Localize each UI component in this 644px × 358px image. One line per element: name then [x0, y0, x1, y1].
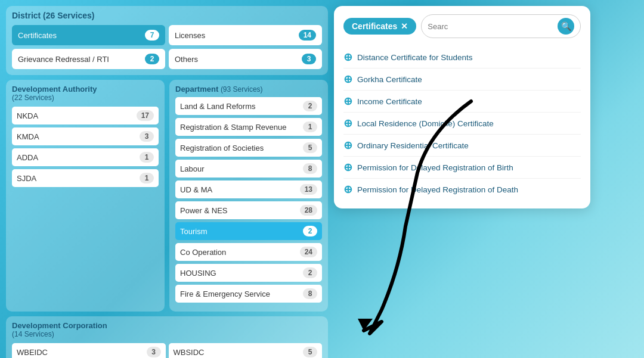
- dept-societies-label: Registration of Societies: [180, 144, 264, 152]
- dev-corp-wbeidc[interactable]: WBEIDC 3: [12, 343, 166, 358]
- district-btn-licenses[interactable]: Licenses 14: [169, 25, 322, 45]
- dev-authority-sjda-label: SJDA: [17, 174, 36, 183]
- search-box: 🔍: [421, 14, 581, 38]
- plus-icon-ordinary: ⊕: [343, 140, 352, 151]
- dept-tourism-label: Tourism: [180, 227, 208, 236]
- close-icon[interactable]: ✕: [401, 21, 408, 31]
- dev-authority-title: Development Authority: [12, 85, 159, 94]
- district-btn-licenses-badge: 14: [299, 30, 316, 41]
- district-btn-grievance-label: Grievance Redressal / RTI: [18, 55, 109, 64]
- cert-item-local-residence[interactable]: ⊕ Local Residence (Domicile) Certificate: [343, 113, 581, 135]
- cert-ordinary-label: Ordinary Residential Certificate: [357, 141, 469, 150]
- dept-item-labour[interactable]: Labour 8: [175, 160, 322, 178]
- dept-housing-badge: 2: [303, 267, 317, 278]
- dev-authority-sjda[interactable]: SJDA 1: [12, 169, 159, 187]
- district-title: District (26 Services): [12, 11, 322, 20]
- plus-icon-gorkha: ⊕: [343, 74, 352, 85]
- development-authority-card: Development Authority (22 Services) NKDA…: [6, 80, 165, 312]
- dept-item-cooperation[interactable]: Co Operation 24: [175, 243, 322, 261]
- dept-item-societies[interactable]: Registration of Societies 5: [175, 139, 322, 157]
- cert-birth-label: Permission for Delayed Registration of B…: [357, 163, 513, 172]
- dev-authority-nkda[interactable]: NKDA 17: [12, 107, 159, 124]
- dept-power-badge: 28: [300, 205, 317, 216]
- certificates-title-label: Certificates: [352, 21, 397, 31]
- dept-item-land[interactable]: Land & Land Reforms 2: [175, 97, 322, 115]
- dev-corp-title: Development Corporation: [12, 321, 322, 330]
- dev-authority-sjda-badge: 1: [140, 173, 154, 183]
- cert-distance-label: Distance Certificate for Students: [357, 53, 473, 62]
- dev-authority-nkda-badge: 17: [137, 110, 154, 121]
- dept-power-label: Power & NES: [180, 206, 227, 215]
- right-panel: Certificates ✕ 🔍 ⊕ Distance Certificate …: [334, 6, 638, 358]
- cert-income-label: Income Certificate: [357, 97, 422, 106]
- district-btn-certificates-badge: 7: [145, 30, 159, 41]
- district-btn-others-label: Others: [175, 55, 198, 64]
- district-grid: Certificates 7 Licenses 14 Grievance Red…: [12, 25, 322, 69]
- search-input[interactable]: [428, 22, 554, 31]
- dev-corp-wbeidc-label: WBEIDC: [17, 348, 48, 357]
- dev-corp-wbsidc-badge: 5: [303, 347, 317, 357]
- dept-item-udma[interactable]: UD & MA 13: [175, 180, 322, 198]
- cert-item-ordinary[interactable]: ⊕ Ordinary Residential Certificate: [343, 135, 581, 157]
- dept-regstamp-label: Registration & Stamp Revenue: [180, 123, 286, 132]
- district-btn-grievance-badge: 2: [145, 54, 159, 64]
- dept-cooperation-label: Co Operation: [180, 248, 226, 257]
- certificates-title-btn[interactable]: Certificates ✕: [343, 18, 416, 35]
- dev-authority-kmda[interactable]: KMDA 3: [12, 127, 159, 145]
- district-btn-certificates[interactable]: Certificates 7: [12, 25, 165, 45]
- cert-gorkha-label: Gorkha Certificate: [357, 75, 422, 84]
- popup-header: Certificates ✕ 🔍: [343, 14, 581, 38]
- dept-land-label: Land & Land Reforms: [180, 102, 255, 111]
- dept-housing-label: HOUSING: [180, 269, 216, 278]
- dept-societies-badge: 5: [303, 142, 317, 153]
- cert-item-delayed-birth[interactable]: ⊕ Permission for Delayed Registration of…: [343, 157, 581, 179]
- dev-authority-adda-label: ADDA: [17, 153, 38, 162]
- dev-corp-wbsidc-label: WBSIDC: [174, 348, 205, 357]
- dept-labour-label: Labour: [180, 164, 204, 173]
- dev-authority-adda[interactable]: ADDA 1: [12, 148, 159, 166]
- certificates-list: ⊕ Distance Certificate for Students ⊕ Go…: [343, 46, 581, 200]
- dept-tourism-badge: 2: [303, 226, 317, 236]
- cert-item-distance[interactable]: ⊕ Distance Certificate for Students: [343, 46, 581, 69]
- district-btn-others-badge: 3: [302, 54, 316, 64]
- plus-icon-local: ⊕: [343, 118, 352, 129]
- certificates-popup: Certificates ✕ 🔍 ⊕ Distance Certificate …: [334, 6, 590, 208]
- middle-row: Development Authority (22 Services) NKDA…: [6, 80, 328, 312]
- plus-icon-death: ⊕: [343, 184, 352, 195]
- department-card: Department (93 Services) Land & Land Ref…: [169, 80, 328, 312]
- district-btn-licenses-label: Licenses: [175, 31, 205, 40]
- department-title: Department (93 Services): [175, 85, 322, 94]
- dept-cooperation-badge: 24: [300, 247, 317, 257]
- dept-item-housing[interactable]: HOUSING 2: [175, 264, 322, 282]
- dept-item-regstamp[interactable]: Registration & Stamp Revenue 1: [175, 118, 322, 136]
- dept-udma-label: UD & MA: [180, 185, 212, 194]
- search-button[interactable]: 🔍: [558, 18, 574, 35]
- development-corporation-card: Development Corporation (14 Services) WB…: [6, 316, 328, 358]
- dept-land-badge: 2: [303, 101, 317, 111]
- cert-item-gorkha[interactable]: ⊕ Gorkha Certificate: [343, 69, 581, 91]
- dept-item-power[interactable]: Power & NES 28: [175, 201, 322, 219]
- district-btn-grievance[interactable]: Grievance Redressal / RTI 2: [12, 49, 165, 69]
- search-icon: 🔍: [561, 21, 571, 31]
- dev-authority-adda-badge: 1: [140, 152, 154, 163]
- plus-icon-distance: ⊕: [343, 52, 352, 63]
- dev-authority-kmda-badge: 3: [140, 131, 154, 142]
- dev-authority-kmda-label: KMDA: [17, 132, 39, 141]
- cert-item-delayed-death[interactable]: ⊕ Permission for Delayed Registration of…: [343, 179, 581, 200]
- dev-corp-wbeidc-badge: 3: [147, 347, 161, 357]
- plus-icon-income: ⊕: [343, 96, 352, 107]
- dev-corp-wbsidc[interactable]: WBSIDC 5: [169, 343, 323, 358]
- dev-corp-subtitle: (14 Services): [12, 330, 322, 338]
- cert-death-label: Permission for Delayed Registration of D…: [357, 185, 518, 194]
- dept-labour-badge: 8: [303, 163, 317, 174]
- dept-item-tourism[interactable]: Tourism 2: [175, 222, 322, 240]
- dev-authority-subtitle: (22 Services): [12, 94, 159, 102]
- dept-fire-badge: 8: [303, 288, 317, 299]
- dev-authority-nkda-label: NKDA: [17, 111, 38, 120]
- district-btn-certificates-label: Certificates: [18, 31, 57, 40]
- district-btn-others[interactable]: Others 3: [169, 49, 322, 69]
- dept-item-fire[interactable]: Fire & Emergency Service 8: [175, 285, 322, 303]
- cert-local-label: Local Residence (Domicile) Certificate: [357, 119, 494, 128]
- cert-item-income[interactable]: ⊕ Income Certificate: [343, 91, 581, 113]
- dept-udma-badge: 13: [300, 184, 317, 195]
